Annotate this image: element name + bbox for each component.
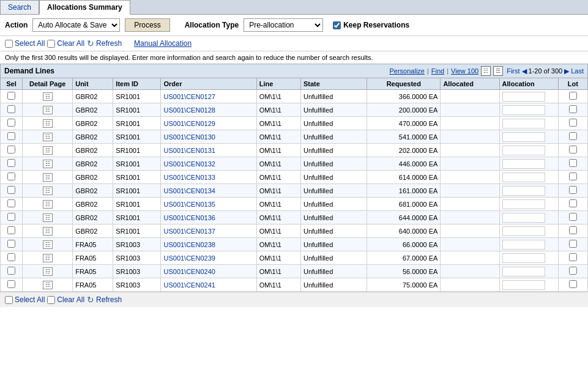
grid-icon-list[interactable]: ☰ <box>493 66 503 76</box>
row-order-cell[interactable]: US001\CEN0134 <box>161 184 256 198</box>
row-detail-cell[interactable]: ☷ <box>23 278 73 292</box>
row-sel-checkbox[interactable] <box>7 199 15 207</box>
row-lot-checkbox[interactable] <box>569 280 577 288</box>
row-sel-cell[interactable] <box>1 157 23 171</box>
clear-all-label[interactable]: Clear All <box>47 39 84 48</box>
allocation-input[interactable] <box>502 267 545 276</box>
row-sel-cell[interactable] <box>1 265 23 278</box>
row-sel-cell[interactable] <box>1 184 23 198</box>
allocation-input[interactable] <box>502 226 545 236</box>
row-lot-checkbox[interactable] <box>569 213 577 221</box>
row-lot-checkbox[interactable] <box>569 199 577 207</box>
grid-icon-table[interactable]: ☷ <box>481 66 491 76</box>
row-lot-checkbox[interactable] <box>569 92 577 100</box>
detail-page-icon[interactable]: ☷ <box>43 173 53 182</box>
row-detail-cell[interactable]: ☷ <box>23 171 73 184</box>
row-lot-cell[interactable] <box>558 198 587 211</box>
row-sel-cell[interactable] <box>1 224 23 238</box>
row-allocation-cell[interactable] <box>499 224 558 238</box>
row-lot-checkbox[interactable] <box>569 253 577 261</box>
row-detail-cell[interactable]: ☷ <box>23 130 73 144</box>
row-order-cell[interactable]: US001\CEN0135 <box>161 198 256 211</box>
row-order-cell[interactable]: US001\CEN0239 <box>161 251 256 265</box>
nav-first[interactable]: First <box>507 67 519 75</box>
row-sel-cell[interactable] <box>1 251 23 265</box>
row-order-cell[interactable]: US001\CEN0136 <box>161 211 256 224</box>
row-lot-cell[interactable] <box>558 224 587 238</box>
row-allocation-cell[interactable] <box>499 238 558 251</box>
detail-page-icon[interactable]: ☷ <box>43 254 53 262</box>
row-allocation-cell[interactable] <box>499 144 558 157</box>
row-sel-cell[interactable] <box>1 144 23 157</box>
row-sel-checkbox[interactable] <box>7 253 15 261</box>
allocation-input[interactable] <box>502 186 545 196</box>
row-sel-checkbox[interactable] <box>7 280 15 288</box>
row-sel-checkbox[interactable] <box>7 105 15 113</box>
row-sel-checkbox[interactable] <box>7 159 15 167</box>
select-all-checkbox[interactable] <box>5 40 13 48</box>
row-sel-checkbox[interactable] <box>7 146 15 154</box>
row-order-cell[interactable]: US001\CEN0137 <box>161 224 256 238</box>
detail-page-icon[interactable]: ☷ <box>43 227 53 235</box>
row-sel-checkbox[interactable] <box>7 240 15 248</box>
refresh-label[interactable]: ↻ Refresh <box>87 39 122 48</box>
row-sel-checkbox[interactable] <box>7 92 15 100</box>
view-link[interactable]: View 100 <box>451 67 478 75</box>
tab-allocations-summary[interactable]: Allocations Summary <box>39 0 130 15</box>
row-order-cell[interactable]: US001\CEN0238 <box>161 238 256 251</box>
allocation-input[interactable] <box>502 146 545 155</box>
row-order-cell[interactable]: US001\CEN0132 <box>161 157 256 171</box>
row-lot-checkbox[interactable] <box>569 186 577 194</box>
detail-page-icon[interactable]: ☷ <box>43 267 53 276</box>
keep-reservations-checkbox[interactable] <box>333 21 341 29</box>
row-sel-cell[interactable] <box>1 171 23 184</box>
row-lot-cell[interactable] <box>558 90 587 103</box>
row-lot-cell[interactable] <box>558 117 587 130</box>
row-sel-checkbox[interactable] <box>7 267 15 275</box>
detail-page-icon[interactable]: ☷ <box>43 92 53 101</box>
row-allocation-cell[interactable] <box>499 251 558 265</box>
bottom-select-all-checkbox[interactable] <box>5 296 13 304</box>
row-order-cell[interactable]: US001\CEN0130 <box>161 130 256 144</box>
row-detail-cell[interactable]: ☷ <box>23 238 73 251</box>
row-lot-checkbox[interactable] <box>569 146 577 154</box>
tab-search[interactable]: Search <box>0 0 39 14</box>
row-sel-cell[interactable] <box>1 130 23 144</box>
row-sel-checkbox[interactable] <box>7 119 15 127</box>
row-sel-cell[interactable] <box>1 90 23 103</box>
row-lot-cell[interactable] <box>558 184 587 198</box>
row-lot-cell[interactable] <box>558 265 587 278</box>
row-detail-cell[interactable]: ☷ <box>23 224 73 238</box>
row-order-cell[interactable]: US001\CEN0241 <box>161 278 256 292</box>
allocation-input[interactable] <box>502 132 545 142</box>
row-lot-checkbox[interactable] <box>569 132 577 140</box>
select-all-label[interactable]: Select All <box>5 39 45 48</box>
row-detail-cell[interactable]: ☷ <box>23 117 73 130</box>
detail-page-icon[interactable]: ☷ <box>43 200 53 209</box>
find-link[interactable]: Find <box>431 67 444 75</box>
allocation-input[interactable] <box>502 213 545 223</box>
nav-last[interactable]: Last <box>571 67 584 75</box>
row-lot-cell[interactable] <box>558 103 587 117</box>
row-lot-checkbox[interactable] <box>569 226 577 234</box>
row-lot-cell[interactable] <box>558 144 587 157</box>
row-lot-checkbox[interactable] <box>569 267 577 275</box>
row-allocation-cell[interactable] <box>499 90 558 103</box>
detail-page-icon[interactable]: ☷ <box>43 119 53 128</box>
allocation-input[interactable] <box>502 253 545 263</box>
row-lot-checkbox[interactable] <box>569 159 577 167</box>
row-detail-cell[interactable]: ☷ <box>23 90 73 103</box>
row-order-cell[interactable]: US001\CEN0133 <box>161 171 256 184</box>
detail-page-icon[interactable]: ☷ <box>43 133 53 141</box>
allocation-input[interactable] <box>502 119 545 128</box>
row-detail-cell[interactable]: ☷ <box>23 157 73 171</box>
row-allocation-cell[interactable] <box>499 117 558 130</box>
allocation-type-select[interactable]: Pre-allocation Firm Soft <box>244 18 323 32</box>
row-lot-checkbox[interactable] <box>569 105 577 113</box>
row-allocation-cell[interactable] <box>499 157 558 171</box>
allocation-input[interactable] <box>502 159 545 169</box>
row-sel-checkbox[interactable] <box>7 213 15 221</box>
allocation-input[interactable] <box>502 105 545 115</box>
row-sel-cell[interactable] <box>1 103 23 117</box>
bottom-clear-all-checkbox[interactable] <box>47 296 55 304</box>
